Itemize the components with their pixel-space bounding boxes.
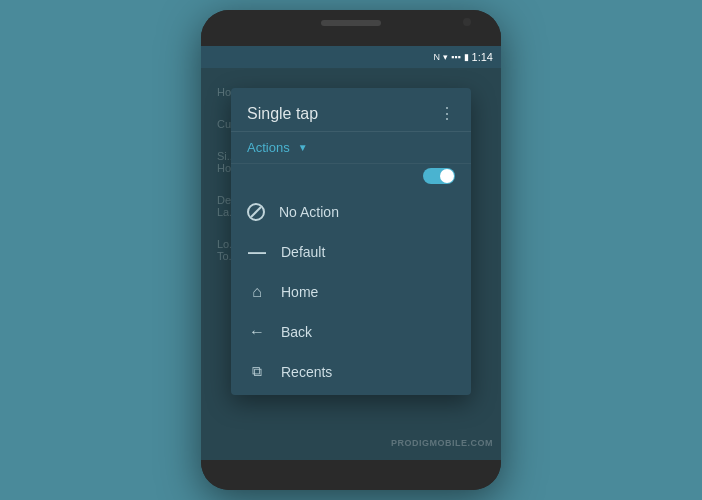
- phone-frame: N ▾ ▪▪▪ ▮ 1:14 Ho... Cu... Si...Ho... De…: [201, 10, 501, 490]
- menu-item-label-home: Home: [281, 284, 318, 300]
- dialog-overlay: Single tap ⋮ Actions ▼: [201, 68, 501, 460]
- phone-screen: N ▾ ▪▪▪ ▮ 1:14 Ho... Cu... Si...Ho... De…: [201, 46, 501, 460]
- menu-item-default[interactable]: — Default: [231, 232, 471, 272]
- back-icon: ←: [247, 323, 267, 341]
- menu-items: No Action — Default ⌂ Home: [231, 188, 471, 395]
- menu-item-back[interactable]: ← Back: [231, 312, 471, 352]
- app-background: Ho... Cu... Si...Ho... De...La... Lo...T…: [201, 68, 501, 460]
- default-icon: —: [247, 243, 267, 261]
- watermark: PRODIGMOBILE.COM: [391, 438, 493, 448]
- wifi-icon: ▾: [443, 52, 448, 62]
- battery-icon: ▮: [464, 52, 469, 62]
- status-icons: N ▾ ▪▪▪ ▮ 1:14: [434, 51, 494, 63]
- menu-item-label-no-action: No Action: [279, 204, 339, 220]
- recents-icon: ⧉: [247, 363, 267, 380]
- menu-item-label-recents: Recents: [281, 364, 332, 380]
- toggle[interactable]: [423, 168, 455, 184]
- menu-item-label-default: Default: [281, 244, 325, 260]
- menu-item-no-action[interactable]: No Action: [231, 192, 471, 232]
- home-icon: ⌂: [247, 283, 267, 301]
- signal-icon: ▪▪▪: [451, 52, 461, 62]
- dropdown-section[interactable]: Actions ▼: [231, 132, 471, 164]
- toggle-row: [231, 164, 471, 188]
- dialog-header: Single tap ⋮: [231, 88, 471, 132]
- phone-bottom-bar: [201, 460, 501, 490]
- front-camera: [463, 18, 471, 26]
- no-action-icon: [247, 203, 265, 221]
- phone-top-bar: [201, 10, 501, 46]
- toggle-thumb: [440, 169, 454, 183]
- dropdown-arrow-icon: ▼: [298, 142, 308, 153]
- dialog: Single tap ⋮ Actions ▼: [231, 88, 471, 395]
- speaker: [321, 20, 381, 26]
- status-time: 1:14: [472, 51, 493, 63]
- status-bar: N ▾ ▪▪▪ ▮ 1:14: [201, 46, 501, 68]
- menu-item-label-back: Back: [281, 324, 312, 340]
- menu-item-home[interactable]: ⌂ Home: [231, 272, 471, 312]
- more-icon[interactable]: ⋮: [439, 104, 455, 123]
- dialog-title: Single tap: [247, 105, 318, 123]
- dropdown-label: Actions: [247, 140, 290, 155]
- menu-item-recents[interactable]: ⧉ Recents: [231, 352, 471, 391]
- nfc-icon: N: [434, 52, 441, 62]
